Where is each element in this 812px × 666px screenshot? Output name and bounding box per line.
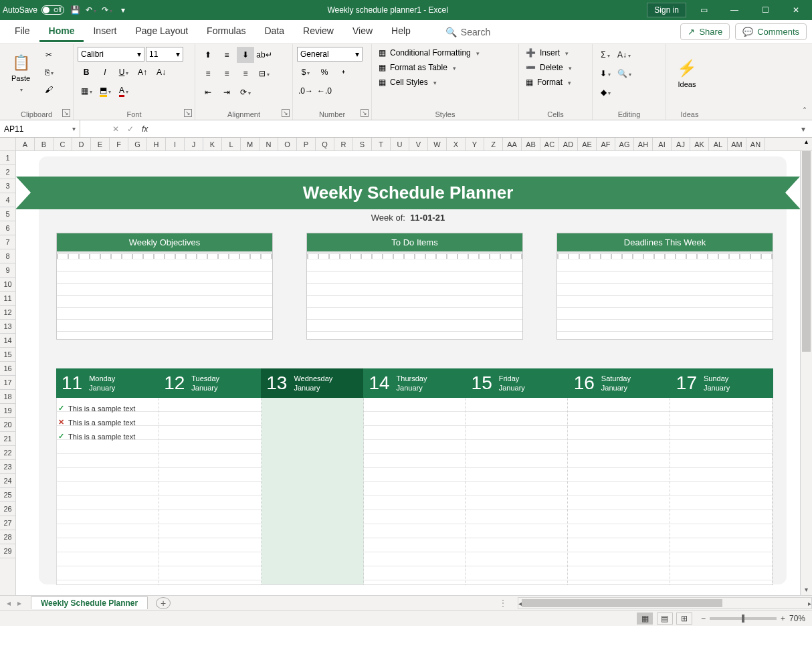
font-size-combo[interactable]: 11▾ [146, 47, 183, 62]
note-box-body[interactable] [557, 259, 773, 339]
enter-icon[interactable]: ✓ [127, 124, 134, 134]
delete-button[interactable]: ➖Delete [523, 62, 575, 74]
sheet-tab-active[interactable]: Weekly Schedule Planner [31, 596, 148, 609]
fill-icon[interactable]: ⬇ [597, 66, 614, 82]
day-header[interactable]: 11MondayJanuary [56, 368, 159, 398]
col-header[interactable]: AN [746, 138, 765, 151]
col-header[interactable]: F [110, 138, 128, 151]
align-middle-icon[interactable]: ≡ [218, 47, 235, 63]
format-button[interactable]: ▦Format [523, 76, 574, 88]
underline-button[interactable]: U [115, 64, 132, 80]
comma-icon[interactable]: ᠂ [334, 64, 352, 80]
expand-formula-icon[interactable]: ▾ [801, 124, 805, 134]
sheet-nav[interactable]: ◂▸ [0, 598, 28, 608]
tab-formulas[interactable]: Formulas [197, 21, 255, 42]
row-header[interactable]: 1 [0, 151, 15, 165]
fx-icon[interactable]: fx [142, 124, 148, 134]
col-header[interactable]: AF [597, 138, 615, 151]
tab-review[interactable]: Review [294, 21, 343, 42]
day-header[interactable]: 16SaturdayJanuary [569, 368, 671, 398]
cut-icon[interactable]: ✂ [40, 47, 58, 63]
cells-area[interactable]: Weekly Schedule Planner Week of: 11-01-2… [16, 151, 800, 595]
currency-icon[interactable]: $ [297, 64, 314, 80]
col-header[interactable]: AG [615, 138, 634, 151]
day-header[interactable]: 14ThursdayJanuary [363, 368, 466, 398]
wrap-text-icon[interactable]: ab↵ [256, 47, 273, 63]
day-column[interactable] [159, 398, 262, 584]
format-painter-icon[interactable]: 🖌 [40, 82, 58, 98]
day-header[interactable]: 15FridayJanuary [466, 368, 569, 398]
scroll-up-icon[interactable]: ▴ [800, 138, 812, 151]
col-header[interactable]: U [391, 138, 409, 151]
tab-home[interactable]: Home [39, 21, 84, 42]
col-header[interactable]: K [203, 138, 222, 151]
scroll-thumb[interactable] [802, 151, 811, 352]
col-header[interactable]: G [128, 138, 147, 151]
day-header[interactable]: 17SundayJanuary [671, 368, 773, 398]
conditional-formatting-button[interactable]: ▦Conditional Formatting [376, 47, 482, 59]
note-box-body[interactable] [307, 259, 522, 339]
align-top-icon[interactable]: ⬆ [199, 47, 217, 63]
paste-button[interactable]: 📋 Paste [4, 47, 37, 100]
number-format-combo[interactable]: General▾ [297, 47, 363, 62]
col-header[interactable]: R [334, 138, 353, 151]
row-header[interactable]: 6 [0, 221, 15, 235]
ideas-button[interactable]: ⚡ Ideas [670, 47, 704, 100]
col-header[interactable]: D [72, 138, 91, 151]
find-select-icon[interactable]: 🔍 [615, 66, 633, 82]
day-header[interactable]: 13WednesdayJanuary [261, 368, 363, 398]
orientation-icon[interactable]: ⟳ [237, 84, 254, 100]
col-header[interactable]: AC [540, 138, 559, 151]
row-header[interactable]: 9 [0, 263, 15, 278]
row-header[interactable]: 28 [0, 530, 15, 544]
view-buttons[interactable]: ▦ ▤ ⊞ [636, 613, 693, 625]
cancel-icon[interactable]: ✕ [112, 124, 119, 134]
row-header[interactable]: 2 [0, 165, 15, 179]
col-header[interactable]: E [91, 138, 110, 151]
clear-icon[interactable]: ◆ [597, 84, 614, 100]
scroll-right-icon[interactable]: ▸ [808, 598, 811, 610]
format-as-table-button[interactable]: ▦Format as Table [376, 62, 459, 74]
row-header[interactable]: 25 [0, 488, 15, 502]
tab-page-layout[interactable]: Page Layout [126, 21, 197, 42]
new-sheet-button[interactable]: + [156, 597, 171, 609]
row-header[interactable]: 8 [0, 249, 15, 263]
col-header[interactable]: L [222, 138, 241, 151]
ribbon-display-options-icon[interactable]: ▭ [690, 0, 717, 20]
col-header[interactable]: Z [484, 138, 503, 151]
name-box[interactable]: AP11▾ [0, 120, 80, 137]
increase-indent-icon[interactable]: ⇥ [218, 84, 235, 100]
row-header[interactable]: 7 [0, 235, 15, 249]
col-header[interactable]: M [241, 138, 260, 151]
col-header[interactable]: AL [709, 138, 728, 151]
col-header[interactable]: C [54, 138, 72, 151]
row-header[interactable]: 23 [0, 460, 15, 474]
undo-icon[interactable]: ↶ [86, 5, 96, 15]
align-bottom-icon[interactable]: ⬇ [237, 47, 254, 63]
decrease-indent-icon[interactable]: ⇤ [199, 84, 217, 100]
note-box-body[interactable] [57, 259, 272, 339]
col-header[interactable]: J [185, 138, 203, 151]
task-row[interactable]: ✓This is a sample text [58, 429, 135, 443]
day-column[interactable] [262, 398, 364, 584]
normal-view-icon[interactable]: ▦ [637, 613, 653, 625]
decrease-font-icon[interactable]: A↓ [153, 64, 170, 80]
row-header[interactable]: 17 [0, 376, 15, 390]
save-icon[interactable]: 💾 [70, 5, 80, 15]
row-header[interactable]: 29 [0, 544, 15, 558]
fill-color-icon[interactable]: ⬒ [96, 83, 114, 99]
sort-filter-icon[interactable]: A↓ [615, 47, 633, 63]
autosave-switch[interactable]: Off [41, 5, 64, 15]
col-header[interactable]: AE [578, 138, 597, 151]
col-header[interactable]: Y [466, 138, 484, 151]
tab-insert[interactable]: Insert [84, 21, 126, 42]
col-header[interactable]: P [297, 138, 316, 151]
borders-icon[interactable]: ▦ [78, 83, 95, 99]
col-header[interactable]: AD [559, 138, 578, 151]
merge-center-icon[interactable]: ⊟ [256, 66, 273, 82]
vertical-scrollbar[interactable]: ▾ [800, 151, 812, 595]
percent-icon[interactable]: % [316, 64, 333, 80]
day-column[interactable] [670, 398, 773, 584]
note-box[interactable]: To Do Items [306, 233, 523, 340]
day-column[interactable] [466, 398, 568, 584]
